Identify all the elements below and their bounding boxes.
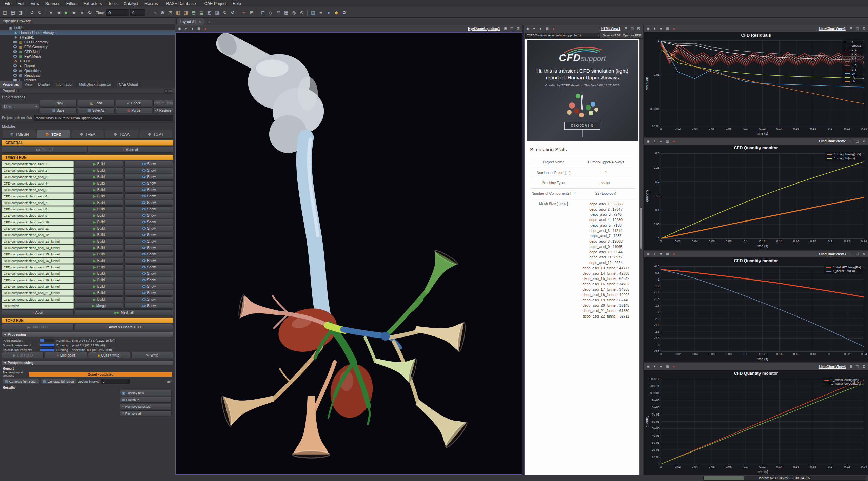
show-button[interactable]: Show <box>124 226 173 231</box>
show-button[interactable]: Show <box>124 245 173 251</box>
show-button[interactable]: Show <box>124 161 173 167</box>
module-tab-tfea[interactable]: ⚙TFEA <box>71 130 104 138</box>
build-button[interactable]: ▶Build <box>75 226 123 231</box>
add-view-icon[interactable]: + <box>652 139 657 144</box>
select-frustum-icon[interactable]: ▽ <box>275 9 282 16</box>
build-button[interactable]: ▶Build <box>75 271 123 276</box>
call-tcfd-button[interactable]: ▶Call TCFD <box>2 352 44 358</box>
chart-plot-area[interactable]: 00.020.040.060.080.10.120.140.160.180.20… <box>645 38 867 136</box>
close-view-icon[interactable]: ⊠ <box>636 26 641 31</box>
export-view-icon[interactable]: ▦ <box>665 251 670 256</box>
build-button[interactable]: ▶Build <box>75 296 123 302</box>
processing-section-header[interactable]: ▾Processing <box>2 332 173 337</box>
build-button[interactable]: ▶Build <box>75 284 123 289</box>
record-icon[interactable]: ● <box>551 26 556 31</box>
save-as-button[interactable]: ▤Save As <box>78 107 115 113</box>
build-button[interactable]: ▶Build <box>75 200 123 206</box>
new-button[interactable]: +New <box>40 100 77 106</box>
vcr-next-icon[interactable]: ▶ <box>71 9 78 16</box>
menu-view[interactable]: View <box>28 1 42 7</box>
tab-properties[interactable]: Properties <box>0 81 22 88</box>
show-button[interactable]: Show <box>124 303 173 309</box>
split-vertical-icon[interactable]: ◫ <box>630 26 635 31</box>
show-button[interactable]: Show <box>124 271 173 276</box>
pipeline-item-cfd-mesh[interactable]: ▩CFD Mesh <box>0 49 175 54</box>
add-view-icon[interactable]: + <box>532 26 537 31</box>
chart-plot-area[interactable]: 00.020.040.060.080.10.120.140.160.180.20… <box>645 376 867 474</box>
zoom-to-box-icon[interactable]: ⊡ <box>166 9 174 16</box>
build-button[interactable]: ▶Build <box>75 193 123 199</box>
purge-button[interactable]: ⊗Purge <box>116 107 153 113</box>
remove-selected-button[interactable]: −Remove selected <box>120 404 172 409</box>
rotate-cw-icon[interactable]: ↻ <box>221 9 229 16</box>
split-horizontal-icon[interactable]: ⊞ <box>848 139 853 144</box>
others-button[interactable]: Others▾ <box>2 104 39 110</box>
rescale-range-icon[interactable]: ≡ <box>317 9 324 16</box>
pipeline-item-quantities[interactable]: ▤Quantities <box>0 68 175 73</box>
select-cells-icon[interactable]: ◻ <box>259 9 267 16</box>
report-scrollbar[interactable] <box>640 39 643 475</box>
select-points-icon[interactable]: ◇ <box>267 9 274 16</box>
pipeline-item-fea-mesh[interactable]: ▩FEA Mesh <box>0 54 175 59</box>
close-view-icon[interactable]: ⊠ <box>861 251 866 256</box>
time-index-input[interactable]: 0 <box>130 9 145 16</box>
build-button[interactable]: ▶Build <box>75 245 123 251</box>
pin-icon[interactable]: ◉ <box>646 364 651 369</box>
reset-camera-icon[interactable]: ⌂ <box>151 9 158 16</box>
postprocessing-section-header[interactable]: ▾Postprocessing <box>2 360 173 365</box>
save-as-pdf-button[interactable]: Save as PDF <box>603 34 620 37</box>
split-vertical-icon[interactable]: ◫ <box>855 364 860 369</box>
pipeline-item-report[interactable]: ▲Report <box>0 63 175 68</box>
report-scroll-area[interactable]: CFDsupport Hi, this is transient CFD sim… <box>524 39 643 475</box>
record-icon[interactable]: ● <box>671 139 676 144</box>
build-button[interactable]: ▶Build <box>75 180 123 186</box>
hover-cells-icon[interactable]: ⊙ <box>298 9 305 16</box>
build-button[interactable]: ▶Build <box>75 187 123 193</box>
vcr-last-icon[interactable]: » <box>78 9 86 16</box>
show-button[interactable]: Show <box>124 258 173 264</box>
show-button[interactable]: Show <box>124 296 173 302</box>
build-button[interactable]: ▶Build <box>75 213 123 218</box>
quit-write-button[interactable]: ■Quit (+ write) <box>88 352 130 358</box>
module-tab-tmesh[interactable]: ⚙TMESH <box>3 130 36 138</box>
show-button[interactable]: Show <box>124 206 173 212</box>
select-block-icon[interactable]: ▦ <box>282 9 290 16</box>
undock-icon[interactable] <box>169 89 172 93</box>
pipeline-item-human-upper-airways[interactable]: ◆Human-Upper-Airways <box>0 30 175 35</box>
split-horizontal-icon[interactable]: ⊞ <box>503 26 508 31</box>
record-icon[interactable]: ● <box>671 364 676 369</box>
show-button[interactable]: Show <box>124 232 173 238</box>
module-tab-topt[interactable]: ⚙TOPT <box>139 130 172 138</box>
chart-plot-area[interactable]: 00.020.040.060.080.10.120.140.160.180.20… <box>645 264 867 362</box>
build-button[interactable]: ▶Build <box>75 161 123 167</box>
vcr-prev-icon[interactable]: ◀ <box>55 9 62 16</box>
orientation-axes-icon[interactable]: ⊞ <box>248 9 255 16</box>
show-button[interactable]: Show <box>124 168 173 173</box>
representation-sphere-icon[interactable]: ● <box>325 9 332 16</box>
split-vertical-icon[interactable]: ◫ <box>509 26 514 31</box>
build-button[interactable]: ▶Build <box>75 206 123 212</box>
tab-multiblock-inspector[interactable]: MultiBlock Inspector <box>76 81 114 88</box>
report-selector-dropdown[interactable]: TCFD Transient report (efficiency probe … <box>525 33 600 38</box>
pipeline-item-tcfd1[interactable]: ⚙TCFD1 <box>0 59 175 63</box>
menu-tools[interactable]: Tools <box>105 1 120 7</box>
visibility-eye-icon[interactable] <box>13 79 17 81</box>
undo-icon[interactable]: ↺ <box>28 9 36 16</box>
redo-icon[interactable]: ↻ <box>36 9 43 16</box>
view-minus-y-icon[interactable]: ⬓ <box>198 9 205 16</box>
tab-display[interactable]: Display <box>35 81 53 88</box>
time-value-input[interactable]: 0 <box>106 9 129 16</box>
record-icon[interactable]: ● <box>671 26 676 31</box>
record-icon[interactable]: ● <box>671 251 676 256</box>
discard-changes-button[interactable]: ⊘Discard Changes <box>153 100 173 106</box>
view-plus-z-icon[interactable]: ◩ <box>205 9 213 16</box>
build-button[interactable]: ▶Build <box>75 264 123 270</box>
representation-cube-icon[interactable]: ◆ <box>333 9 340 16</box>
split-vertical-icon[interactable]: ◫ <box>855 251 860 256</box>
check-button[interactable]: ✓Check <box>116 100 153 106</box>
module-tab-tcfd[interactable]: ⚙TCFD <box>37 130 70 138</box>
pin-icon[interactable]: ◉ <box>646 26 651 31</box>
menu-file[interactable]: File <box>2 1 14 7</box>
interactive-select-icon[interactable]: ◎ <box>290 9 298 16</box>
remove-all-button[interactable]: ×Remove all <box>120 410 172 416</box>
